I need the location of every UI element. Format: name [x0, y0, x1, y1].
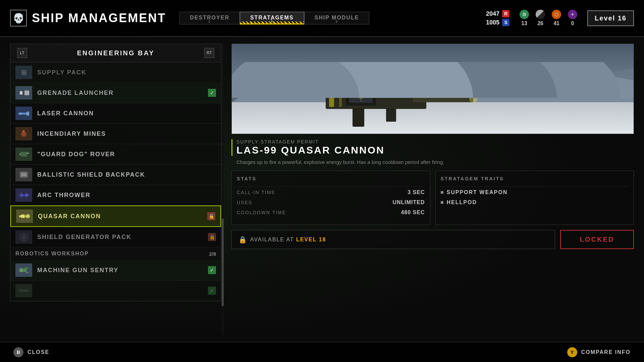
top-bar: 💀 SHIP MANAGEMENT DESTROYER 1 STRATAGEMS… — [0, 0, 644, 37]
svg-rect-38 — [386, 108, 396, 122]
svg-rect-24 — [26, 272, 29, 273]
machine-gun-check: ✓ — [208, 266, 216, 274]
item-icon-shield-gen — [15, 230, 32, 244]
ballistic-shield-label: BALLISTIC SHIELD BACKPACK — [37, 171, 145, 178]
svg-point-17 — [26, 214, 30, 218]
resource-icon-2 — [536, 10, 545, 19]
resource-3: ⬡ 41 — [552, 10, 561, 26]
resource-2: 26 — [536, 10, 545, 26]
item-icon-incendiary — [15, 127, 32, 140]
traits-box: STRATAGEM TRAITS SUPPORT WEAPON HELLPOD — [435, 171, 634, 225]
scroll-thumb — [222, 219, 224, 306]
list-item-grenade-launcher[interactable]: GRENADE LAUNCHER ✓ — [10, 83, 221, 103]
stats-box: STATS CALL-IN TIME 3 SEC USES UNLIMITED … — [231, 171, 430, 225]
shield-gen-label: SHIELD GENERATOR PACK — [37, 234, 131, 241]
arc-thrower-label: ARC THROWER — [37, 192, 91, 199]
item-icon-arc-thrower — [15, 188, 32, 202]
weapon-preview — [231, 44, 634, 134]
svg-rect-2 — [20, 91, 22, 95]
item-icon-quasar — [16, 209, 33, 223]
svg-rect-36 — [353, 108, 364, 127]
list-item-shield-generator[interactable]: SHIELD GENERATOR PACK 🔒 — [10, 227, 221, 247]
panel-nav-right[interactable]: RT — [204, 48, 214, 58]
grenade-launcher-label: GRENADE LAUNCHER — [37, 89, 114, 97]
right-panel: SUPPLY STRATAGEM PERMIT LAS-99 QUASAR CA… — [231, 44, 634, 335]
svg-point-41 — [469, 95, 477, 103]
list-item-ballistic-shield[interactable]: BALLISTIC SHIELD BACKPACK — [10, 165, 221, 185]
availability-box: 🔒 AVAILABLE AT LEVEL 18 — [231, 230, 555, 249]
svg-rect-37 — [332, 90, 420, 94]
list-item-next[interactable]: ✓ — [10, 281, 221, 301]
incendiary-mines-label: INCENDIARY MINES — [37, 130, 106, 137]
currency-icon-red: R — [502, 10, 509, 17]
lock-icon-yellow: 🔒 — [238, 236, 247, 244]
svg-point-34 — [356, 89, 366, 99]
currency-group: 2047 R 1005 S — [486, 10, 509, 26]
level-badge: Level 16 — [587, 10, 634, 26]
list-item-machine-gun[interactable]: MACHINE GUN SENTRY ✓ — [10, 260, 221, 281]
tab-ship-module[interactable]: SHIP MODULE 3 — [304, 12, 370, 24]
weapon-name: LAS-99 QUASAR CANNON — [236, 144, 634, 156]
compare-action[interactable]: Y COMPARE INFO — [567, 347, 631, 357]
list-item-laser-cannon[interactable]: LASER CANNON — [10, 103, 221, 124]
svg-rect-40 — [339, 91, 342, 107]
svg-rect-29 — [413, 96, 473, 102]
next-item-check: ✓ — [208, 287, 216, 295]
svg-rect-10 — [19, 153, 21, 155]
section-count: 2/8 — [209, 251, 216, 257]
trait-hellpod: HELLPOD — [441, 199, 629, 205]
list-item-arc-thrower[interactable]: ARC THROWER — [10, 185, 221, 205]
locked-button[interactable]: LOCKED — [560, 230, 634, 249]
tab-destroyer[interactable]: DESTROYER 1 — [179, 12, 240, 24]
resource-icons: ⚙ 13 26 ⬡ 41 ✦ 0 — [520, 10, 577, 26]
stat-cooldown: COOLDOWN TIME 480 SEC — [237, 209, 425, 216]
list-item-supply-pack[interactable]: ⊞ SUPPLY PACK — [10, 62, 221, 83]
stat-call-in: CALL-IN TIME 3 SEC — [237, 189, 425, 195]
list-item-incendiary-mines[interactable]: INCENDIARY MINES — [10, 124, 221, 144]
item-icon-ballistic — [15, 168, 32, 181]
svg-rect-25 — [19, 290, 29, 292]
svg-rect-1 — [24, 90, 29, 95]
stats-title: STATS — [237, 176, 425, 181]
close-button-icon[interactable]: B — [13, 347, 23, 357]
tab-stratagems[interactable]: STRATAGEMS 2 — [240, 12, 304, 24]
skull-icon: 💀 — [10, 10, 27, 26]
scroll-track[interactable] — [222, 44, 224, 335]
top-right: 2047 R 1005 S ⚙ 13 26 ⬡ — [486, 10, 634, 26]
traits-title: STRATAGEM TRAITS — [441, 176, 629, 181]
svg-rect-7 — [23, 130, 24, 133]
weapon-info: SUPPLY STRATAGEM PERMIT LAS-99 QUASAR CA… — [231, 139, 634, 166]
svg-rect-21 — [19, 269, 26, 272]
bottom-nav: B CLOSE Y COMPARE INFO — [0, 342, 644, 362]
section-title: ROBOTICS WORKSHOP — [15, 251, 89, 257]
item-icon-grenade-launcher — [15, 86, 32, 100]
compare-button-icon[interactable]: Y — [567, 347, 577, 357]
weapon-desc: Charges up to fire a powerful, explosive… — [231, 159, 634, 166]
resource-icon-1: ⚙ — [520, 10, 529, 19]
stats-row: STATS CALL-IN TIME 3 SEC USES UNLIMITED … — [231, 171, 634, 225]
svg-point-5 — [19, 113, 21, 115]
items-list: ⊞ SUPPLY PACK GRENADE LAUNCHER — [10, 62, 221, 301]
currency-red: 2047 R — [486, 10, 509, 17]
item-icon-next — [15, 284, 32, 297]
svg-rect-23 — [20, 268, 22, 272]
machine-gun-label: MACHINE GUN SENTRY — [37, 267, 118, 274]
currency-value-2: 1005 — [486, 19, 499, 26]
close-label: CLOSE — [28, 349, 49, 355]
panel-header: LT ENGINEERING BAY RT — [10, 44, 221, 62]
list-item-guard-dog[interactable]: "GUARD DOG" ROVER — [10, 144, 221, 165]
currency-value-1: 2047 — [486, 10, 499, 17]
close-action[interactable]: B CLOSE — [13, 347, 49, 357]
panel-nav-left[interactable]: LT — [17, 48, 27, 58]
shield-gen-lock: 🔒 — [208, 233, 216, 241]
guard-dog-label: "GUARD DOG" ROVER — [37, 151, 115, 158]
trait-bullet-1 — [441, 191, 443, 194]
quasar-cannon-lock: 🔒 — [207, 212, 215, 220]
resource-icon-4: ✦ — [568, 10, 577, 19]
item-icon-supply-pack: ⊞ — [15, 66, 32, 79]
svg-marker-26 — [232, 66, 634, 103]
panel-title: ENGINEERING BAY — [77, 49, 155, 57]
list-item-quasar-cannon[interactable]: QUASAR CANNON 🔒 — [10, 205, 221, 227]
left-panel: LT ENGINEERING BAY RT ⊞ SUPPLY PACK — [10, 44, 221, 301]
trait-support-weapon: SUPPORT WEAPON — [441, 189, 629, 195]
